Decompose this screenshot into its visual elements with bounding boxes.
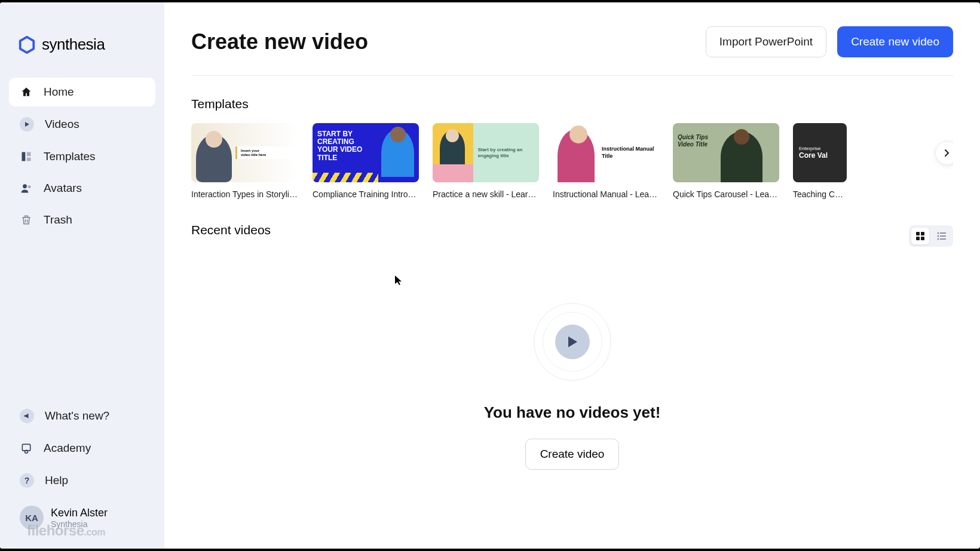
- svg-rect-10: [921, 232, 924, 235]
- nav-home[interactable]: Home: [9, 78, 155, 106]
- template-thumbnail: EnterpriseCore Val: [793, 123, 847, 182]
- template-card[interactable]: Start by creating an engaging title Prac…: [433, 123, 539, 199]
- header-actions: Import PowerPoint Create new video: [706, 26, 953, 57]
- template-title: Quick Tips Carousel - Learnin...: [673, 189, 779, 199]
- svg-rect-3: [27, 152, 31, 157]
- help-icon: ?: [20, 473, 34, 488]
- svg-marker-1: [25, 122, 29, 127]
- header: Create new video Import PowerPoint Creat…: [191, 26, 953, 76]
- svg-rect-9: [916, 232, 920, 235]
- recent-header: Recent videos: [191, 223, 953, 249]
- nav-label: Templates: [44, 150, 96, 163]
- svg-marker-0: [20, 36, 34, 52]
- svg-rect-16: [940, 235, 946, 237]
- create-new-video-button[interactable]: Create new video: [837, 26, 953, 57]
- nav-avatars[interactable]: Avatars: [9, 174, 155, 203]
- nav-trash[interactable]: Trash: [9, 206, 155, 234]
- template-thumbnail: Start by creating an engaging title: [433, 123, 539, 182]
- nav-academy[interactable]: Academy: [9, 434, 155, 463]
- template-title: Interaction Types in Storyline ...: [191, 189, 299, 199]
- template-card[interactable]: Insert yourvideo title here Interaction …: [191, 123, 299, 199]
- template-card[interactable]: Instructional Manual Title Instructional…: [553, 123, 659, 199]
- recent-videos-heading: Recent videos: [191, 223, 271, 237]
- template-thumbnail: Quick Tips Video Title: [673, 123, 779, 182]
- svg-marker-19: [568, 336, 577, 347]
- template-title: Compliance Training Introduc...: [313, 189, 419, 199]
- nav-label: Help: [45, 474, 68, 487]
- template-title: Instructional Manual - Learni...: [553, 189, 659, 199]
- svg-rect-4: [27, 158, 31, 161]
- watermark: filehorse.com: [27, 522, 105, 539]
- carousel-next-button[interactable]: [935, 141, 953, 165]
- template-title: Practice a new skill - Learning...: [433, 189, 539, 199]
- bottom-nav: What's new? Academy ? Help KA Kevin Alst…: [0, 401, 164, 549]
- svg-point-13: [938, 232, 939, 234]
- empty-state-icon: [534, 303, 611, 381]
- logo-text: synthesia: [42, 35, 105, 54]
- nav-label: Avatars: [44, 182, 82, 195]
- trash-icon: [20, 213, 33, 226]
- svg-rect-18: [940, 238, 946, 240]
- nav-help[interactable]: ? Help: [9, 466, 155, 495]
- template-thumbnail: Instructional Manual Title: [553, 123, 659, 182]
- templates-icon: [20, 150, 33, 163]
- empty-state: You have no videos yet! Create video: [191, 303, 953, 470]
- svg-point-5: [23, 184, 27, 188]
- nav-whats-new[interactable]: What's new?: [9, 401, 155, 431]
- list-view-button[interactable]: [933, 228, 951, 244]
- svg-point-15: [938, 235, 939, 237]
- template-thumbnail: Insert yourvideo title here: [191, 123, 299, 182]
- home-icon: [20, 85, 33, 99]
- templates-carousel: Insert yourvideo title here Interaction …: [191, 123, 953, 199]
- nav-label: What's new?: [45, 409, 109, 423]
- svg-point-8: [25, 450, 28, 453]
- sidebar: synthesia Home Videos Templates: [0, 2, 164, 549]
- view-toggle: [909, 225, 953, 247]
- logo[interactable]: synthesia: [0, 2, 164, 78]
- svg-rect-2: [22, 152, 26, 161]
- user-name: Kevin Alster: [51, 507, 108, 519]
- avatars-icon: [20, 182, 33, 195]
- template-title: Teaching Core V...: [793, 189, 847, 199]
- user-profile[interactable]: KA Kevin Alster Synthesia filehorse.com: [9, 498, 155, 537]
- svg-point-6: [28, 185, 31, 188]
- svg-rect-11: [916, 237, 920, 240]
- grid-icon: [915, 231, 925, 241]
- svg-marker-20: [395, 276, 402, 285]
- main-nav: Home Videos Templates Avatars: [0, 78, 164, 234]
- template-card[interactable]: EnterpriseCore Val Teaching Core V...: [793, 123, 847, 199]
- empty-state-title: You have no videos yet!: [484, 403, 661, 422]
- logo-icon: [18, 36, 36, 54]
- template-card[interactable]: START BY CREATING YOUR VIDEO TITLE Compl…: [313, 123, 419, 199]
- main-content: Create new video Import PowerPoint Creat…: [164, 2, 980, 549]
- create-video-button[interactable]: Create video: [525, 439, 620, 470]
- list-icon: [937, 231, 947, 241]
- page-title: Create new video: [191, 29, 368, 54]
- chevron-right-icon: [944, 149, 950, 157]
- nav-label: Trash: [44, 213, 72, 226]
- svg-rect-12: [921, 237, 924, 240]
- nav-templates[interactable]: Templates: [9, 142, 155, 171]
- svg-rect-14: [940, 232, 946, 234]
- grid-view-button[interactable]: [911, 228, 929, 244]
- play-icon: [20, 117, 34, 131]
- import-powerpoint-button[interactable]: Import PowerPoint: [706, 26, 826, 57]
- template-card[interactable]: Quick Tips Video Title Quick Tips Carous…: [673, 123, 779, 199]
- template-thumbnail: START BY CREATING YOUR VIDEO TITLE: [313, 123, 419, 182]
- nav-label: Videos: [45, 118, 79, 131]
- svg-point-17: [938, 238, 939, 240]
- megaphone-icon: [20, 409, 34, 423]
- nav-label: Home: [44, 85, 74, 99]
- nav-videos[interactable]: Videos: [9, 109, 155, 139]
- cursor-icon: [394, 275, 403, 288]
- academy-icon: [20, 442, 33, 455]
- templates-heading: Templates: [191, 97, 953, 111]
- play-icon: [566, 335, 578, 348]
- nav-label: Academy: [44, 442, 91, 455]
